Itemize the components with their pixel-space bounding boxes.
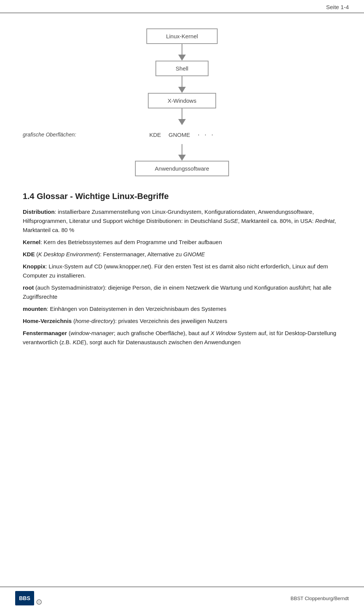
gui-row: grafische Oberflächen: KDE GNOME · · · <box>23 125 341 144</box>
arrow-4 <box>178 144 186 161</box>
logo-registered: ® <box>36 599 42 605</box>
redhat-italic: RedHat <box>315 218 334 224</box>
shell-label: Shell <box>176 65 188 72</box>
term-knoppix: Knoppix <box>23 263 46 270</box>
main-content: Linux-Kernel Shell X-Windows <box>0 13 364 380</box>
glossar-kernel: Kernel: Kern des Betriebssystemes auf de… <box>23 238 341 247</box>
arrow-head-3 <box>178 119 186 125</box>
fenstermanager-text: (window-manager; auch grafische Oberfläc… <box>23 330 336 345</box>
gnome-col: GNOME <box>169 132 190 138</box>
arrow-head-1 <box>178 55 186 61</box>
anwendungssoftware-box: Anwendungssoftware <box>135 161 229 176</box>
header-bar: Seite 1-4 <box>0 0 364 13</box>
arrow-line-4 <box>182 144 182 155</box>
term-distribution: Distribution <box>23 209 55 215</box>
glossar-home: Home-Verzeichnis (home-directory): priva… <box>23 317 341 326</box>
arrow-1 <box>178 44 186 61</box>
term-kernel: Kernel <box>23 239 41 245</box>
linux-kernel-label: Linux-Kernel <box>166 33 198 39</box>
gui-label: grafische Oberflächen: <box>23 132 76 138</box>
logo-box: BBS <box>15 591 34 605</box>
home-italic: home-directory <box>75 318 113 324</box>
arrow-head-4 <box>178 155 186 161</box>
kernel-text: : Kern des Betriebssystemes auf dem Prog… <box>41 239 222 245</box>
arrow-line-2 <box>182 76 182 87</box>
diagram-section: Linux-Kernel Shell X-Windows <box>23 28 341 176</box>
kde-italic: K Desktop Environment <box>38 251 98 257</box>
suse-italic: SuSE <box>223 218 238 224</box>
glossar-fenstermanager: Fenstermanager (window-manager; auch gra… <box>23 329 341 347</box>
term-root: root <box>23 284 34 291</box>
x-windows-box: X-Windows <box>148 93 216 108</box>
anwendungssoftware-label: Anwendungssoftware <box>155 165 209 172</box>
arrow-2 <box>178 76 186 93</box>
footer-logo: BBS ® <box>15 591 42 605</box>
footer-credit: BBST Cloppenburg/Berndt <box>290 596 349 601</box>
glossar-section: 1.4 Glossar - Wichtige Linux-Begriffe Di… <box>23 191 341 347</box>
glossar-kde: KDE (K Desktop Environment): Fenstermana… <box>23 250 341 259</box>
page-container: Seite 1-4 Linux-Kernel Shell <box>0 0 364 613</box>
shell-box: Shell <box>155 61 209 76</box>
kde-text: (K Desktop Environment): Fenstermanager,… <box>35 251 205 257</box>
glossar-heading: 1.4 Glossar - Wichtige Linux-Begriffe <box>23 191 341 201</box>
xwindow-italic: X Window <box>210 330 236 336</box>
dots-label: · · · <box>198 131 215 139</box>
arrow-3 <box>178 108 186 125</box>
term-kde: KDE <box>23 251 35 257</box>
linux-kernel-box: Linux-Kernel <box>146 28 218 44</box>
logo-text: BBS <box>19 595 30 601</box>
page-title: Seite 1-4 <box>326 4 349 10</box>
kde2-italic: KDE <box>73 339 85 345</box>
arrow-line-3 <box>182 108 182 119</box>
fenstermanager-italic: window-manager <box>71 330 114 336</box>
distribution-text: : installierbare Zusammenstellung von Li… <box>23 209 336 233</box>
glossar-mounten: mounten: Einhängen von Dateisystemen in … <box>23 304 341 314</box>
gnome-label: GNOME <box>169 132 190 138</box>
logo-r-symbol: ® <box>38 600 40 604</box>
glossar-knoppix: Knoppix: Linux-System auf CD (www.knoppe… <box>23 262 341 280</box>
gui-items: KDE GNOME · · · <box>149 131 215 139</box>
term-home: Home-Verzeichnis <box>23 318 72 324</box>
term-mounten: mounten <box>23 306 47 312</box>
term-fenstermanager: Fenstermanager <box>23 330 67 336</box>
kde-label: KDE <box>149 132 161 138</box>
footer: BBS ® BBST Cloppenburg/Berndt <box>0 586 364 605</box>
knoppix-text: : Linux-System auf CD (www.knopper.net).… <box>23 263 328 279</box>
gnome-italic: GNOME <box>184 251 205 257</box>
glossar-root: root (auch Systemadministrator): diejeni… <box>23 283 341 301</box>
arrow-line-1 <box>182 44 182 55</box>
x-windows-label: X-Windows <box>168 97 196 104</box>
home-text: (home-directory): privates Verzeichnis d… <box>72 318 227 324</box>
arrow-head-2 <box>178 87 186 93</box>
glossar-distribution: Distribution: installierbare Zusammenste… <box>23 207 341 235</box>
mounten-text: : Einhängen von Dateisystemen in den Ver… <box>47 306 226 312</box>
root-text: (auch Systemadministrator): diejenige Pe… <box>23 284 331 300</box>
